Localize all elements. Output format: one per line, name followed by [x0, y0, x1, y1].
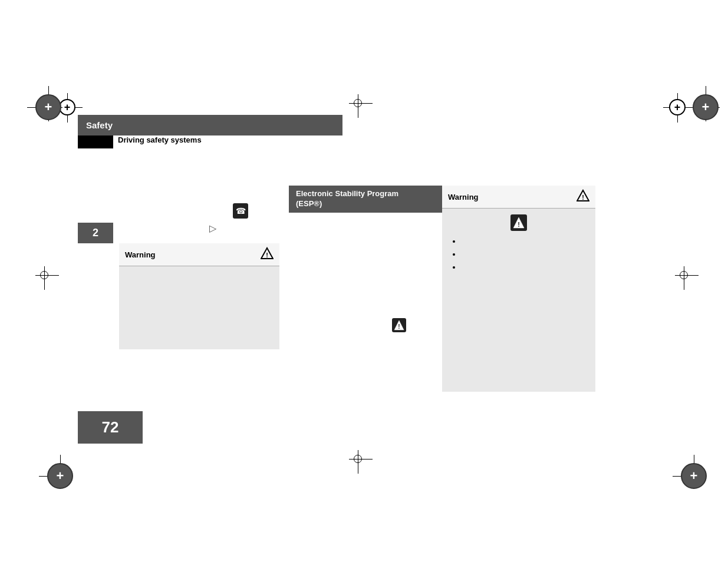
- bullet-1: [461, 237, 587, 242]
- page-badge: 72: [78, 411, 143, 444]
- warning-bullets-right: [450, 237, 587, 267]
- warning-header-right: Warning !: [442, 186, 595, 209]
- bullet-3: [461, 263, 587, 267]
- warning-triangle-left: !: [261, 247, 274, 262]
- chapter-badge: 2: [78, 223, 113, 243]
- svg-text:!: !: [398, 323, 400, 330]
- sub-bar-decoration: [78, 135, 113, 148]
- warning-header-left: Warning !: [119, 243, 279, 266]
- esp-header-text: Electronic Stability Program (ESP®): [296, 189, 398, 209]
- chapter-number: 2: [93, 227, 98, 239]
- esp-warning-icon: !: [392, 318, 406, 332]
- arrow-icon: ▷: [209, 223, 216, 234]
- svg-text:!: !: [518, 221, 520, 228]
- bullet-2: [461, 250, 587, 254]
- section-title: Safety: [86, 120, 113, 130]
- warning-title-right: Warning: [448, 193, 479, 201]
- phone-icon: ☎: [233, 203, 248, 219]
- esp-header: Electronic Stability Program (ESP®): [289, 186, 454, 213]
- warning-box-left: Warning !: [119, 243, 279, 346]
- warning-triangle-right: !: [577, 189, 589, 204]
- warning-body-right: !: [442, 209, 595, 392]
- warning-title-left: Warning: [125, 250, 156, 259]
- svg-text:!: !: [266, 252, 268, 259]
- section-header: Safety: [78, 115, 342, 135]
- warning-box-right: Warning ! !: [442, 186, 595, 389]
- warning-body-left: [119, 266, 279, 349]
- page-number: 72: [102, 418, 119, 437]
- subsection-title: Driving safety systems: [118, 135, 202, 144]
- svg-text:!: !: [582, 194, 584, 201]
